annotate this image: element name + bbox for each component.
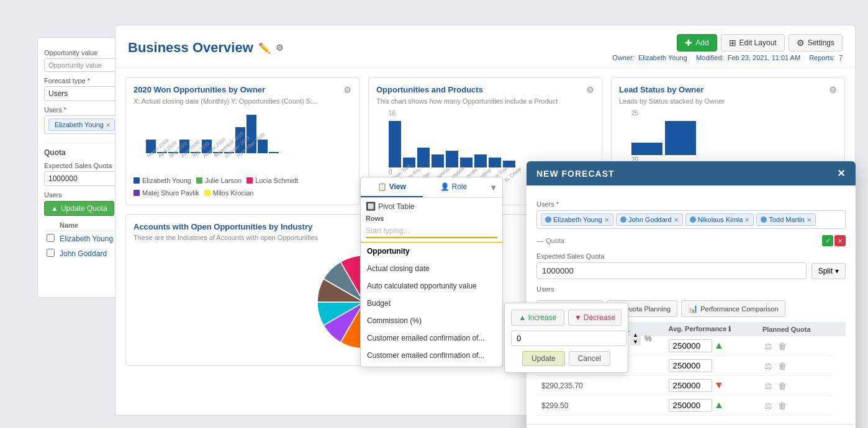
balance-icon[interactable]: ⚖ [762, 381, 774, 391]
chevron-down-icon: ▾ [835, 267, 839, 275]
planned-quota-cell: ▲ [664, 396, 757, 416]
remove-user-icon[interactable]: ✕ [744, 216, 749, 223]
modal-overlay: NEW FORECAST ✕ Users * Elizabeth Young✕J… [0, 0, 868, 428]
quota-check-btn[interactable]: ✓ [822, 235, 833, 246]
quota-label: Quota [546, 237, 564, 244]
trend-up-icon: ▲ [714, 399, 724, 410]
modal-users-section-label: Users [536, 285, 846, 293]
balance-icon[interactable]: ⚖ [762, 341, 774, 351]
decrease-arrow-icon: ▼ [574, 313, 582, 322]
quota-section: — Quota ✓ ✕ Expected Sales Quota Split ▾ [536, 235, 846, 279]
performance-tab[interactable]: 📊 Performance Comparison [681, 300, 785, 317]
avatar [690, 216, 696, 223]
quota-toggle: ✓ ✕ [822, 235, 846, 246]
users-field-label: Users * [536, 200, 846, 208]
modal-user-badge[interactable]: Nikolaus Kimla✕ [685, 213, 754, 226]
trend-down-icon: ▼ [714, 380, 724, 390]
modal-user-badge[interactable]: Todd Martin✕ [756, 213, 815, 226]
quota-x-btn[interactable]: ✕ [834, 235, 846, 246]
remove-user-icon[interactable]: ✕ [604, 216, 609, 223]
split-button[interactable]: Split ▾ [811, 263, 846, 279]
modal-footer: Total Planned Quota: $1,000,000.00 [527, 424, 856, 428]
modal-users-tags[interactable]: Elizabeth Young✕John Goddard✕Nikolaus Ki… [536, 210, 846, 229]
table-row: $299.50 ▲ ⚖ 🗑 [536, 396, 846, 416]
balance-icon[interactable]: ⚖ [762, 401, 774, 411]
planned-quota-cell: ▼ [664, 376, 757, 396]
update-button[interactable]: Update [522, 351, 565, 366]
cancel-button[interactable]: Cancel [569, 351, 610, 366]
trend-up-icon: ▲ [714, 340, 724, 350]
increase-arrow-icon: ▲ [519, 313, 527, 322]
remove-user-icon[interactable]: ✕ [807, 216, 811, 223]
quota-input-row: Split ▾ [536, 262, 846, 279]
inc-dec-actions: Update Cancel [511, 351, 622, 366]
planned-quota-input[interactable] [669, 359, 712, 372]
decrease-button[interactable]: ▼ Decrease [568, 310, 622, 326]
avatar [761, 216, 767, 223]
quota-input[interactable] [536, 262, 807, 279]
inc-dec-buttons: ▲ Increase ▼ Decrease [511, 310, 622, 326]
planned-quota-cell: ▲ [664, 336, 757, 356]
planned-quota-input[interactable] [669, 379, 712, 392]
row-actions: ⚖ 🗑 [757, 336, 833, 356]
amount-cell: $299.50 [536, 396, 664, 416]
inc-dec-input[interactable] [511, 331, 626, 346]
inc-dec-value-row: ▲ ▼ % [511, 331, 622, 346]
avatar [545, 216, 551, 223]
chart-tab-icon: 📊 [688, 304, 698, 313]
modal-header: NEW FORECAST ✕ [527, 161, 856, 185]
row-actions: ⚖ 🗑 [757, 396, 833, 416]
delete-icon[interactable]: 🗑 [776, 341, 789, 351]
modal-user-badge[interactable]: Elizabeth Young✕ [541, 213, 613, 226]
percent-sign: % [644, 334, 652, 343]
amount-cell: $290,235.70 [536, 376, 664, 396]
delete-icon[interactable]: 🗑 [776, 381, 789, 391]
spinner-up[interactable]: ▲ [630, 332, 641, 339]
remove-user-icon[interactable]: ✕ [674, 216, 679, 223]
row-actions: ⚖ 🗑 [757, 376, 833, 396]
planned-quota-cell [664, 356, 757, 376]
inc-dec-popup: ▲ Increase ▼ Decrease ▲ ▼ % Update Cance… [504, 303, 628, 373]
modal-close-button[interactable]: ✕ [837, 167, 846, 179]
avatar [620, 216, 626, 223]
quota-dash-icon: — [536, 237, 543, 244]
row-actions: ⚖ 🗑 [757, 356, 833, 376]
spinner-down[interactable]: ▼ [630, 339, 641, 346]
col-actions [833, 322, 846, 336]
balance-icon[interactable]: ⚖ [762, 361, 774, 371]
planned-quota-input[interactable] [669, 339, 712, 352]
new-forecast-modal: NEW FORECAST ✕ Users * Elizabeth Young✕J… [527, 161, 856, 428]
col-avg-performance: Avg. Performance ℹ [664, 322, 757, 336]
col-planned-quota: Planned Quota [757, 322, 833, 336]
table-row: $290,235.70 ▼ ⚖ 🗑 [536, 376, 846, 396]
planned-quota-input[interactable] [669, 399, 712, 412]
quota-header: — Quota ✓ ✕ [536, 235, 846, 246]
increase-button[interactable]: ▲ Increase [511, 310, 564, 326]
expected-quota-label: Expected Sales Quota [536, 252, 846, 260]
delete-icon[interactable]: 🗑 [776, 361, 789, 371]
modal-user-badge[interactable]: John Goddard✕ [616, 213, 683, 226]
spinner: ▲ ▼ [630, 332, 641, 346]
delete-icon[interactable]: 🗑 [776, 401, 789, 411]
modal-title: NEW FORECAST [536, 169, 615, 179]
